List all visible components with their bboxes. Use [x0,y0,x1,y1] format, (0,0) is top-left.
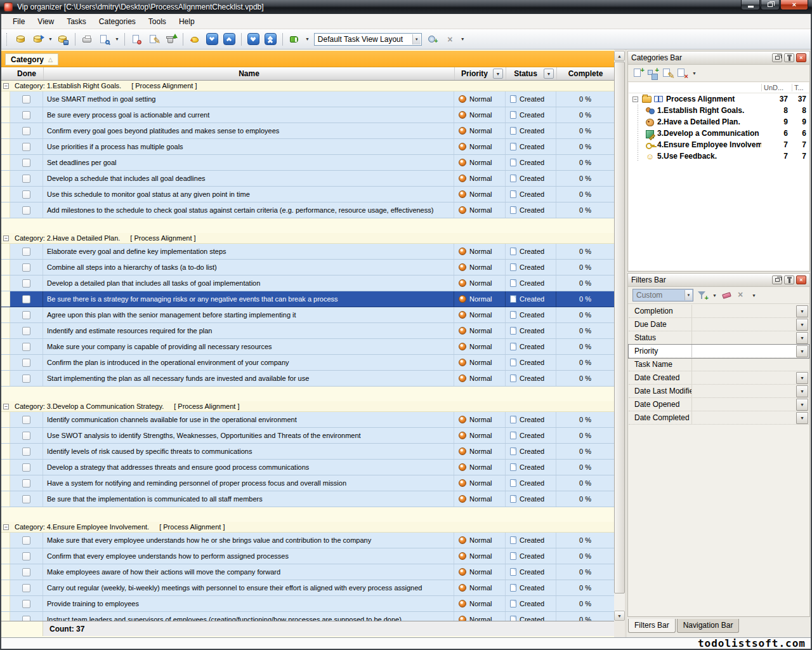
filter-row[interactable]: Date Opened ▼ [629,398,809,411]
move-bottom-button[interactable] [246,31,261,47]
done-checkbox[interactable] [22,95,30,103]
filter-row-dropdown[interactable]: ▼ [796,412,808,424]
task-name-cell[interactable]: Identify communication channels availabl… [43,412,454,427]
categories-toolbar-dropdown[interactable]: ▼ [692,71,697,76]
done-checkbox[interactable] [22,327,30,335]
task-name-cell[interactable]: Combine all steps into a hierarchy of ta… [43,260,454,275]
layout-combobox-arrow[interactable]: ▼ [412,34,421,44]
task-row[interactable]: Set deadlines per goal Normal Created 0 … [1,155,614,171]
filter-row-dropdown[interactable]: ▼ [796,399,808,411]
clear-filter-button[interactable] [721,289,733,301]
filter-preset-combobox[interactable]: Custom ▼ [632,289,693,302]
collapse-icon[interactable]: − [632,96,638,102]
category-group-row[interactable]: − Category: 1.Establish Right Goals. [ P… [1,81,614,91]
task-name-cell[interactable]: Have a system for notifying and remindin… [43,475,454,491]
close-button[interactable]: × [780,0,808,10]
done-checkbox[interactable] [22,248,30,256]
priority-filter-button[interactable]: ▼ [493,69,503,79]
done-checkbox[interactable] [22,343,30,351]
done-checkbox[interactable] [22,375,30,383]
filter-row-value[interactable] [692,385,796,397]
task-row[interactable]: Use priorities if a process has multiple… [1,139,614,155]
task-name-cell[interactable]: Elaborate every goal and define key impl… [43,244,454,259]
categories-pin-button[interactable] [784,53,794,62]
task-row[interactable]: Carry out regular (weekly, bi-weekly) me… [1,580,614,596]
delete-task-button[interactable] [163,31,179,47]
done-checkbox[interactable] [22,432,30,440]
task-row[interactable]: Identify levels of risk caused by specif… [1,444,614,460]
filter-row-dropdown[interactable]: ▼ [796,372,808,384]
filter-row-value[interactable] [692,358,809,371]
done-checkbox[interactable] [22,206,30,215]
collapse-icon[interactable]: − [3,83,9,89]
task-row[interactable]: Make sure that every employee understand… [1,533,614,548]
done-checkbox[interactable] [22,111,30,119]
delete-category-button[interactable]: × [676,67,688,79]
done-checkbox[interactable] [22,495,30,503]
apply-layout-button[interactable] [425,31,441,47]
column-header-done[interactable]: Done [10,67,43,80]
new-subcategory-button[interactable]: + [647,67,658,79]
save-database-button[interactable] [55,31,71,47]
task-row[interactable]: Indentify and estimate resources require… [1,323,614,339]
close-layout-button[interactable]: × [442,31,458,47]
task-row[interactable]: Start implementing the plan as all neces… [1,371,614,387]
layouts-dropdown[interactable]: ▼ [305,37,310,41]
task-row[interactable]: Use SMART method in goal setting Normal … [1,91,614,107]
tree-root-row[interactable]: − Process Alignment 37 37 [629,93,809,105]
done-checkbox[interactable] [22,311,30,319]
print-preview-button[interactable] [96,31,112,47]
task-name-cell[interactable]: Add milestones to the schedule to check … [43,202,454,218]
vertical-scrollbar[interactable]: ▲ ▼ [614,51,625,621]
done-checkbox[interactable] [22,159,30,167]
done-checkbox[interactable] [22,263,30,272]
complete-task-button[interactable] [187,31,203,47]
menu-item[interactable]: Help [173,15,201,29]
done-checkbox[interactable] [22,552,30,560]
task-row[interactable]: Develop a strategy that addresses threat… [1,460,614,475]
undone-column-header[interactable]: UnD... [761,84,792,91]
layout-combobox[interactable]: Default Task View Layout ▼ [314,33,422,46]
filter-row-dropdown[interactable]: ▼ [796,332,808,344]
task-row[interactable]: Confirm every goal goes beyond platitude… [1,123,614,139]
apply-filter-dropdown[interactable]: ▼ [712,293,717,298]
dock-tab[interactable]: Navigation Bar [677,619,740,633]
column-header-priority[interactable]: Priority ▼ [454,67,506,80]
done-checkbox[interactable] [22,536,30,545]
toolbar-overflow-dropdown[interactable]: ▼ [461,37,465,41]
task-row[interactable]: Develop a detailed plan that includes al… [1,275,614,291]
task-name-cell[interactable]: Identify levels of risk caused by specif… [43,444,454,459]
task-row[interactable]: Elaborate every goal and define key impl… [1,244,614,260]
collapse-icon[interactable]: − [3,524,9,530]
edit-category-button[interactable]: ✎ [662,67,673,79]
task-row[interactable]: Provide training to employees Normal Cre… [1,596,614,612]
task-name-cell[interactable]: Use SWOT analysis to identify Strengths,… [43,428,454,443]
task-name-cell[interactable]: Confirm every goal goes beyond platitude… [43,123,454,138]
filters-pin-button[interactable] [784,275,794,284]
filter-row-value[interactable] [692,305,796,317]
move-top-button[interactable] [263,31,278,47]
done-checkbox[interactable] [22,568,30,576]
filter-row[interactable]: Status ▼ [629,331,809,345]
total-column-header[interactable]: T... [792,84,809,91]
layouts-button[interactable] [287,31,303,47]
task-name-cell[interactable]: Be sure every process goal is actionable… [43,107,454,123]
done-checkbox[interactable] [22,479,30,488]
task-row[interactable]: Add milestones to the schedule to check … [1,202,614,218]
dock-tab[interactable]: Filters Bar [628,619,676,633]
filters-close-button[interactable]: × [796,275,806,284]
done-checkbox[interactable] [22,584,30,592]
filter-row[interactable]: Priority ▼ [629,345,809,358]
task-name-cell[interactable]: Start implementing the plan as all neces… [43,371,454,386]
task-row[interactable]: Combine all steps into a hierarchy of ta… [1,260,614,275]
task-name-cell[interactable]: Use priorities if a process has multiple… [43,139,454,154]
task-row[interactable]: Have a system for notifying and remindin… [1,475,614,491]
filter-row[interactable]: Completion ▼ [629,305,809,318]
task-row[interactable]: Make employees aware of how their action… [1,564,614,580]
scroll-down-button[interactable]: ▼ [614,611,625,621]
task-name-cell[interactable]: Make employees aware of how their action… [43,564,454,580]
status-filter-button[interactable]: ▼ [544,69,554,79]
new-category-button[interactable]: + [632,67,644,79]
task-name-cell[interactable]: Confirm the plan is introduced in the op… [43,355,454,370]
category-group-row[interactable]: − Category: 4.Ensure Employee Involvemen… [1,522,614,533]
